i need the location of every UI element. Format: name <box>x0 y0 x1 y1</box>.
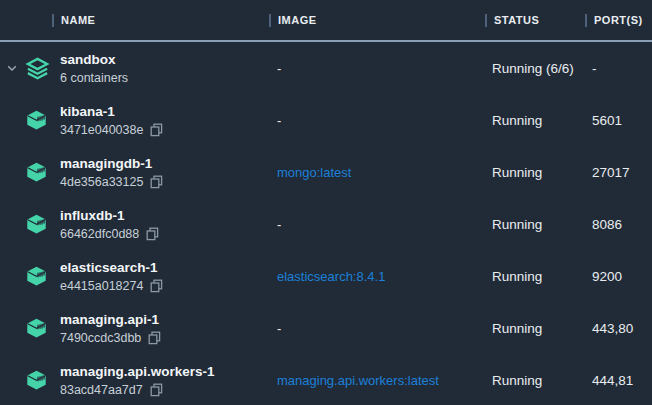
table-row[interactable]: kibana-13471e040038e-Running5601 <box>0 94 652 146</box>
ports-cell: 8086 <box>592 217 652 232</box>
stack-icon <box>25 56 50 81</box>
ports-text: 5601 <box>592 113 622 128</box>
copy-icon[interactable] <box>150 383 163 397</box>
container-name[interactable]: elasticsearch-1 <box>60 260 277 276</box>
container-subtext: e4415a018274 <box>60 279 277 293</box>
column-header-label: NAME <box>61 14 95 26</box>
image-cell: - <box>277 217 492 232</box>
row-icon-cell <box>24 212 60 236</box>
container-name[interactable]: managing.api-1 <box>60 312 277 328</box>
expander-cell[interactable] <box>0 65 24 72</box>
status-cell: Running <box>492 165 592 180</box>
column-divider <box>52 14 54 27</box>
column-header-label: IMAGE <box>278 14 317 26</box>
containers-table: NAME IMAGE STATUS PORT(S) sandbox6 conta… <box>0 0 652 405</box>
image-cell: - <box>277 61 492 76</box>
status-text: Running <box>492 321 542 336</box>
container-name[interactable]: managing.api.workers-1 <box>60 364 277 380</box>
image-cell: - <box>277 113 492 128</box>
copy-icon[interactable] <box>148 331 161 345</box>
status-cell: Running <box>492 113 592 128</box>
table-row[interactable]: managingdb-14de356a33125mongo:latestRunn… <box>0 146 652 198</box>
image-link[interactable]: mongo:latest <box>277 165 351 180</box>
status-text: Running <box>492 269 542 284</box>
ports-text: 443,80 <box>592 321 633 336</box>
ports-cell: 9200 <box>592 269 652 284</box>
name-cell: managing.api-17490ccdc3dbb <box>60 312 277 345</box>
ports-cell: 444,81 <box>592 373 652 388</box>
row-icon-cell <box>24 108 60 132</box>
container-name[interactable]: sandbox <box>60 52 277 68</box>
column-divider <box>585 14 587 27</box>
image-dash: - <box>277 321 281 336</box>
table-row[interactable]: influxdb-166462dfc0d88-Running8086 <box>0 198 652 250</box>
container-subtext: 4de356a33125 <box>60 175 277 189</box>
container-name[interactable]: managingdb-1 <box>60 156 277 172</box>
image-link[interactable]: elasticsearch:8.4.1 <box>277 269 385 284</box>
table-header: NAME IMAGE STATUS PORT(S) <box>0 0 652 42</box>
copy-icon[interactable] <box>150 279 163 293</box>
container-subtext: 6 containers <box>60 71 277 85</box>
container-subtext: 83acd47aa7d7 <box>60 383 277 397</box>
name-cell: managing.api.workers-183acd47aa7d7 <box>60 364 277 397</box>
column-header-name[interactable]: NAME <box>52 14 269 27</box>
image-cell: mongo:latest <box>277 165 492 180</box>
ports-cell: 443,80 <box>592 321 652 336</box>
ports-text: 8086 <box>592 217 622 232</box>
status-text: Running (6/6) <box>492 61 574 76</box>
container-id: 66462dfc0d88 <box>60 227 139 241</box>
row-icon-cell <box>24 264 60 288</box>
status-cell: Running <box>492 373 592 388</box>
name-cell: elasticsearch-1e4415a018274 <box>60 260 277 293</box>
container-id: 6 containers <box>60 71 128 85</box>
column-divider <box>269 14 271 27</box>
ports-cell: - <box>592 61 652 76</box>
name-cell: managingdb-14de356a33125 <box>60 156 277 189</box>
table-body: sandbox6 containers-Running (6/6)-kibana… <box>0 42 652 405</box>
column-header-status[interactable]: STATUS <box>485 14 585 27</box>
container-icon <box>25 108 48 132</box>
ports-cell: 5601 <box>592 113 652 128</box>
container-subtext: 7490ccdc3dbb <box>60 331 277 345</box>
image-cell: - <box>277 321 492 336</box>
copy-icon[interactable] <box>146 227 159 241</box>
name-cell: influxdb-166462dfc0d88 <box>60 208 277 241</box>
copy-icon[interactable] <box>150 175 163 189</box>
image-dash: - <box>277 217 281 232</box>
column-header-label: PORT(S) <box>594 14 643 26</box>
column-header-image[interactable]: IMAGE <box>269 14 485 27</box>
container-id: e4415a018274 <box>60 279 143 293</box>
ports-text: - <box>592 61 597 76</box>
row-icon-cell <box>24 368 60 392</box>
status-cell: Running (6/6) <box>492 61 592 76</box>
ports-text: 9200 <box>592 269 622 284</box>
container-id: 4de356a33125 <box>60 175 143 189</box>
image-cell: managing.api.workers:latest <box>277 373 492 388</box>
table-row[interactable]: managing.api.workers-183acd47aa7d7managi… <box>0 354 652 405</box>
table-row[interactable]: sandbox6 containers-Running (6/6)- <box>0 42 652 94</box>
image-link[interactable]: managing.api.workers:latest <box>277 373 439 388</box>
status-cell: Running <box>492 217 592 232</box>
chevron-down-icon[interactable] <box>7 65 17 72</box>
ports-cell: 27017 <box>592 165 652 180</box>
row-icon-cell <box>24 56 60 81</box>
container-icon <box>25 160 48 184</box>
container-subtext: 66462dfc0d88 <box>60 227 277 241</box>
container-id: 3471e040038e <box>60 123 143 137</box>
ports-text: 27017 <box>592 165 630 180</box>
column-divider <box>485 14 487 27</box>
container-subtext: 3471e040038e <box>60 123 277 137</box>
container-name[interactable]: influxdb-1 <box>60 208 277 224</box>
name-cell: kibana-13471e040038e <box>60 104 277 137</box>
container-id: 7490ccdc3dbb <box>60 331 141 345</box>
name-cell: sandbox6 containers <box>60 52 277 85</box>
container-icon <box>25 316 48 340</box>
container-icon <box>25 212 48 236</box>
table-row[interactable]: elasticsearch-1e4415a018274elasticsearch… <box>0 250 652 302</box>
image-dash: - <box>277 61 281 76</box>
container-name[interactable]: kibana-1 <box>60 104 277 120</box>
column-header-ports[interactable]: PORT(S) <box>585 14 652 27</box>
status-cell: Running <box>492 269 592 284</box>
copy-icon[interactable] <box>150 123 163 137</box>
table-row[interactable]: managing.api-17490ccdc3dbb-Running443,80 <box>0 302 652 354</box>
